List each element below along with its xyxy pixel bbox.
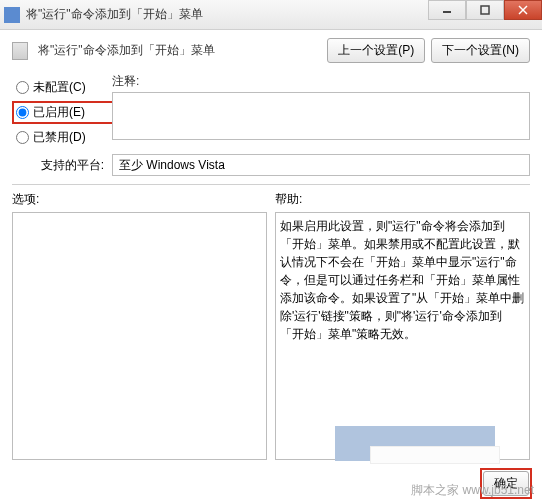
titlebar: 将"运行"命令添加到「开始」菜单: [0, 0, 542, 30]
radio-disabled-label: 已禁用(D): [33, 129, 86, 146]
header-row: 将"运行"命令添加到「开始」菜单 上一个设置(P) 下一个设置(N): [12, 38, 530, 63]
radio-not-configured-label: 未配置(C): [33, 79, 86, 96]
app-icon: [4, 7, 20, 23]
radio-enabled-input[interactable]: [16, 106, 29, 119]
watermark: 脚本之家 www.jb51.net: [411, 482, 534, 499]
close-button[interactable]: [504, 0, 542, 20]
window-controls: [428, 0, 542, 20]
comment-label: 注释:: [112, 73, 530, 90]
options-panel[interactable]: [12, 212, 267, 460]
divider: [12, 184, 530, 185]
state-radios: 未配置(C) 已启用(E) 已禁用(D): [12, 73, 112, 154]
help-text: 如果启用此设置，则"运行"命令将会添加到「开始」菜单。如果禁用或不配置此设置，默…: [280, 219, 524, 341]
comment-textarea[interactable]: [112, 92, 530, 140]
options-label: 选项:: [12, 191, 267, 208]
radio-not-configured-input[interactable]: [16, 81, 29, 94]
help-label: 帮助:: [275, 191, 530, 208]
help-panel: 如果启用此设置，则"运行"命令将会添加到「开始」菜单。如果禁用或不配置此设置，默…: [275, 212, 530, 460]
radio-not-configured[interactable]: 未配置(C): [16, 79, 112, 96]
bottom-bar: 确定 脚本之家 www.jb51.net: [0, 466, 542, 501]
next-setting-button[interactable]: 下一个设置(N): [431, 38, 530, 63]
platform-field: 至少 Windows Vista: [112, 154, 530, 176]
platform-label: 支持的平台:: [12, 157, 106, 174]
maximize-button[interactable]: [466, 0, 504, 20]
radio-disabled[interactable]: 已禁用(D): [16, 129, 112, 146]
policy-icon: [12, 42, 28, 60]
minimize-button[interactable]: [428, 0, 466, 20]
radio-disabled-input[interactable]: [16, 131, 29, 144]
window-title: 将"运行"命令添加到「开始」菜单: [26, 6, 203, 23]
overlay-decoration-2: [370, 446, 500, 464]
prev-setting-button[interactable]: 上一个设置(P): [327, 38, 425, 63]
radio-enabled-label: 已启用(E): [33, 104, 85, 121]
radio-enabled[interactable]: 已启用(E): [16, 104, 112, 121]
policy-title: 将"运行"命令添加到「开始」菜单: [38, 42, 215, 59]
svg-rect-1: [481, 6, 489, 14]
platform-value: 至少 Windows Vista: [119, 157, 225, 174]
highlight-box: 已启用(E): [12, 101, 116, 124]
